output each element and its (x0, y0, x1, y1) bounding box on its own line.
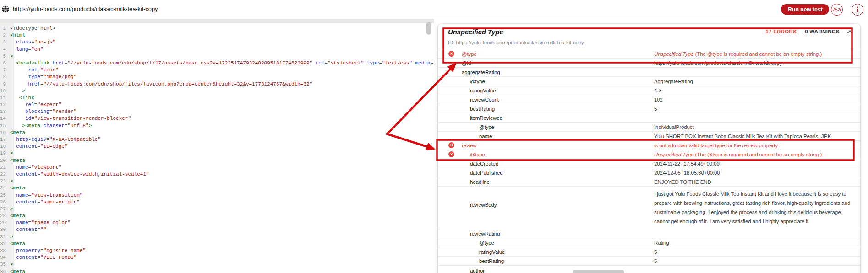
warnings-badge[interactable]: 0 WARNINGS (805, 29, 840, 34)
result-row-type[interactable]: @typeUnspecified Type (The @type is requ… (438, 150, 860, 159)
code-line: 20<meta (0, 157, 434, 164)
result-row-itemReviewed[interactable]: itemReviewed (438, 113, 860, 123)
line-number: 4 (0, 46, 10, 53)
code-text: property="og:site_name" (10, 247, 86, 254)
result-row-aggregateRating[interactable]: aggregateRating (438, 68, 860, 77)
result-row-datePublished[interactable]: datePublished2024-12-05T18:05:30+00:00 (438, 168, 860, 177)
property-label: bestRating (470, 106, 654, 112)
property-value: 2024-11-22T17:54:49+00:00 (654, 161, 860, 166)
property-label: dateCreated (470, 161, 654, 166)
code-line: 22 content="width=device-width,initial-s… (0, 171, 434, 178)
result-row-type[interactable]: @typeUnspecified Type (The @type is requ… (438, 49, 860, 59)
code-line: 30 content="" (0, 226, 434, 233)
line-number: 29 (0, 219, 10, 226)
property-value: 5 (654, 258, 860, 264)
line-number: 3 (0, 39, 10, 46)
result-row-reviewRating[interactable]: reviewRating (438, 229, 860, 238)
code-line: 5> (0, 53, 434, 60)
code-text: > (10, 88, 25, 95)
line-number: 32 (0, 241, 10, 247)
code-line: 15 ><meta charset="utf-8"> (0, 123, 434, 129)
run-new-test-button[interactable]: Run new test (781, 4, 829, 15)
line-number: 9 (0, 81, 10, 88)
line-number: 5 (0, 53, 10, 60)
property-label: ratingValue (470, 88, 654, 93)
property-value: ENJOYED TO THE END (654, 179, 860, 185)
code-text: <meta (10, 157, 25, 164)
result-row-bestRating[interactable]: bestRating5 (438, 104, 860, 113)
result-row-reviewBody[interactable]: reviewBodyI just got Yulu Foods Classic … (438, 187, 860, 229)
results-horizontal-scrollbar[interactable] (573, 270, 624, 273)
code-line: 28<meta (0, 213, 434, 219)
result-row-headline[interactable]: headlineENJOYED TO THE END (438, 177, 860, 187)
result-row-id[interactable]: @idhttps://yulu-foods.com/products/class… (438, 59, 860, 68)
code-line: 32<meta (0, 241, 434, 247)
code-text: <link (10, 95, 34, 102)
top-bar: https://yulu-foods.com/products/classic-… (0, 0, 868, 18)
result-row-name[interactable]: nameYulu SHORT BOX Instant Boba Classic … (438, 132, 860, 141)
code-text: > (10, 206, 13, 213)
info-icon[interactable] (852, 4, 863, 16)
error-icon (448, 51, 454, 57)
property-label: @type (479, 124, 654, 130)
code-line: 23> (0, 178, 434, 185)
code-text: <html (10, 32, 25, 39)
code-text: name="viewport" (10, 164, 61, 171)
line-number: 31 (0, 234, 10, 241)
code-line: 19> (0, 150, 434, 157)
code-vertical-scrollbar[interactable] (426, 22, 431, 35)
property-value: https://yulu-foods.com/products/classic-… (654, 60, 860, 66)
code-line: 14 id="view-transition-render-blocker" (0, 115, 434, 122)
code-text: <meta (10, 129, 25, 136)
result-row-type[interactable]: @typeIndividualProduct (438, 123, 860, 132)
result-row-dateCreated[interactable]: dateCreated2024-11-22T17:54:49+00:00 (438, 159, 860, 168)
code-text: > (10, 53, 13, 60)
code-line: 8 type="image/png" (0, 74, 434, 80)
property-label: author (470, 268, 654, 273)
code-line: 24<meta (0, 185, 434, 192)
code-line: 34 content="YULU FOODS" (0, 254, 434, 261)
result-row-bestRating[interactable]: bestRating5 (438, 257, 860, 266)
result-row-ratingValue[interactable]: ratingValue4.3 (438, 86, 860, 95)
property-value: is not a known valid target type for the… (654, 143, 860, 148)
line-number: 28 (0, 213, 10, 219)
property-value: Unspecified Type (The @type is required … (654, 51, 860, 57)
code-line: 3 class="no-js" (0, 39, 434, 46)
source-code-panel: 1<!doctype html>2<html3 class="no-js"4 l… (0, 19, 434, 273)
code-line: 36<meta (0, 268, 434, 273)
code-text: > (10, 234, 13, 241)
code-text: class="no-js" (10, 39, 55, 46)
line-number: 22 (0, 171, 10, 178)
property-value: I just got Yulu Foods Classic Milk Tea I… (654, 187, 860, 229)
code-text: <!doctype html> (10, 25, 55, 32)
code-line: 18 content="IE=edge" (0, 143, 434, 150)
line-number: 14 (0, 115, 10, 122)
property-label: reviewCount (470, 97, 654, 102)
property-value: Unspecified Type (The @type is required … (654, 152, 860, 157)
line-number: 11 (0, 95, 10, 102)
result-row-type[interactable]: @typeAggregateRating (438, 77, 860, 86)
result-row-ratingValue[interactable]: ratingValue5 (438, 247, 860, 257)
property-label: datePublished (470, 170, 654, 176)
code-text: href="//yulu-foods.com/cdn/shop/files/fa… (10, 81, 312, 88)
result-row-review[interactable]: reviewis not a known valid target type f… (438, 141, 860, 150)
result-row-author[interactable]: author (438, 266, 860, 273)
property-value: AggregateRating (654, 79, 860, 84)
tested-url: https://yulu-foods.com/products/classic-… (13, 0, 158, 18)
result-row-type[interactable]: @typeRating (438, 238, 860, 247)
property-label: review (462, 143, 654, 148)
result-row-reviewCount[interactable]: reviewCount102 (438, 95, 860, 104)
translate-icon[interactable]: あa (831, 4, 843, 16)
property-label: @type (479, 240, 654, 246)
code-text: id="view-transition-render-blocker" (10, 115, 131, 122)
card-header: Unspecified Type 17 ERRORS 0 WARNINGS (438, 24, 860, 37)
detected-type-card: Unspecified Type 17 ERRORS 0 WARNINGS ID… (438, 24, 860, 273)
line-number: 34 (0, 254, 10, 261)
code-text: <meta (10, 268, 25, 273)
line-number: 25 (0, 192, 10, 199)
errors-badge[interactable]: 17 ERRORS (765, 29, 797, 34)
code-lines: 1<!doctype html>2<html3 class="no-js"4 l… (0, 25, 434, 273)
property-label: name (479, 134, 654, 139)
chevron-up-icon[interactable] (847, 30, 853, 34)
line-number: 15 (0, 123, 10, 129)
